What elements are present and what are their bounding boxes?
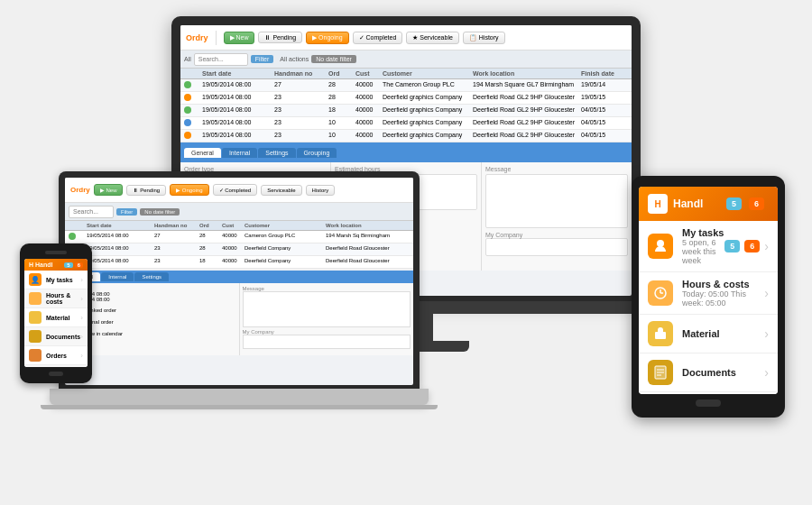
cell-customer: Deerfield graphics Company — [383, 94, 473, 102]
ongoing-btn[interactable]: ▶ Ongoing — [306, 32, 348, 44]
tablet-badge-1: 5 — [726, 197, 742, 210]
tab-grouping[interactable]: Grouping — [297, 148, 337, 158]
tablet-menu-material[interactable]: Material › — [639, 315, 778, 354]
phone-menu-hours[interactable]: Hours & costs › — [24, 289, 88, 308]
phone: H Handl 5 6 👤 My tasks › Hours & — [20, 243, 92, 383]
laptop-new-btn[interactable]: ▶ New — [94, 184, 124, 196]
pending-btn[interactable]: ⏸ Pending — [258, 32, 302, 43]
filter-btn[interactable]: Filter — [251, 55, 274, 63]
cell-cust-no: 40000 — [355, 106, 383, 115]
laptop-date-filter-btn[interactable]: No date filter — [140, 208, 180, 216]
history-btn[interactable]: 📋 History — [463, 32, 505, 44]
lr2-customer: Deerfield Company — [245, 245, 326, 253]
lr1-status — [69, 233, 76, 240]
table-row[interactable]: 19/05/2014 08:00 23 28 40000 Deerfield g… — [180, 92, 632, 105]
laptop-serviceable-btn[interactable]: Serviceable — [261, 185, 301, 196]
cell-order: 28 — [328, 94, 355, 102]
phone-badge-1: 5 — [64, 262, 72, 268]
tab-general[interactable]: General — [184, 148, 221, 158]
phone-home-button[interactable] — [49, 372, 63, 376]
lr1-customer: Cameron Group PLC — [245, 233, 326, 241]
phone-menu-customers[interactable]: Customers › — [24, 365, 88, 367]
laptop-calendar: Show in calendar — [68, 327, 236, 339]
phone-bezel: H Handl 5 6 👤 My tasks › Hours & — [20, 243, 92, 383]
tablet-menu-tasks[interactable]: My tasks 5 open, 6 week this week 5 6 › — [639, 221, 778, 272]
laptop-row-1[interactable]: 19/05/2014 08:00 27 28 40000 Cameron Gro… — [65, 231, 413, 243]
tablet-menu-orders[interactable]: Orders 8 orders › — [639, 392, 778, 394]
laptop-filter-bar: Filter No date filter — [65, 203, 413, 221]
cell-finish: 19/05/15 — [581, 94, 632, 102]
table-header: Start date Handman no Ord Cust Customer … — [180, 69, 632, 79]
cell-customer: The Cameron Group PLC — [383, 81, 473, 89]
columns-btn[interactable]: No date filter — [311, 55, 356, 63]
status-indicator — [184, 132, 191, 139]
laptop-tab-internal[interactable]: Internal — [101, 272, 134, 281]
laptop-completed-btn[interactable]: ✓ Completed — [213, 184, 258, 196]
tasks-subtitle: 5 open, 6 week this week — [682, 238, 724, 265]
tablet-badge-2: 6 — [749, 197, 764, 210]
cell-start-date: 19/05/2014 08:00 — [202, 119, 274, 127]
tablet-screen: H Handl 5 6 — [639, 187, 778, 394]
laptop-search[interactable] — [69, 206, 114, 218]
cell-cust-no: 40000 — [355, 81, 383, 89]
lth-status — [69, 223, 87, 228]
documents-text: Documents — [682, 367, 764, 378]
filter-bar: All Filter All actions No date filter — [180, 50, 632, 69]
lr1-location: 194 Marsh Sq Birmingham — [326, 233, 413, 241]
message-field[interactable] — [485, 174, 628, 228]
phone-menu-orders[interactable]: Orders › — [24, 346, 88, 365]
tablet-home-button[interactable] — [696, 399, 721, 407]
hours-icon-svg — [653, 286, 668, 300]
laptop-company-field[interactable] — [243, 335, 411, 349]
completed-btn[interactable]: ✓ Completed — [353, 32, 403, 44]
phone-tasks-icon: 👤 — [29, 273, 42, 286]
bottom-nav-bar: General Internal Settings Grouping — [180, 142, 632, 162]
phone-menu-material[interactable]: Material › — [24, 308, 88, 327]
laptop-history-btn[interactable]: History — [306, 185, 336, 196]
desktop-toolbar: Ordry ▶ New ⏸ Pending ▶ Ongoing ✓ Comple… — [180, 25, 632, 50]
table-row[interactable]: 19/05/2014 08:00 23 18 40000 Deerfield g… — [180, 105, 632, 117]
tasks-badge-6: 6 — [744, 240, 760, 252]
cell-start-date: 19/05/2014 08:00 — [202, 106, 274, 115]
phone-menu-tasks[interactable]: 👤 My tasks › — [24, 271, 88, 289]
tablet-menu-hours[interactable]: Hours & costs Today: 05:00 This week: 05… — [639, 272, 778, 315]
laptop-nav: General Internal Settings — [65, 271, 413, 283]
laptop-tab-settings[interactable]: Settings — [134, 272, 169, 281]
col-location: Work location — [473, 70, 581, 77]
lr1-handman: 27 — [154, 233, 199, 241]
cell-location: 194 Marsh Square GL7 Birmingham — [473, 81, 581, 89]
laptop-row-3[interactable]: 19/05/2014 08:00 23 18 40000 Deerfield C… — [65, 256, 413, 269]
serviceable-btn[interactable]: ★ Serviceable — [406, 32, 459, 44]
material-arrow: › — [764, 326, 769, 341]
tablet-header-left: H Handl — [648, 194, 703, 214]
tablet-menu-documents[interactable]: Documents › — [639, 354, 778, 392]
laptop-detail: Date from 13/05/2014 08:00 14/11/2014 08… — [65, 283, 413, 355]
svg-rect-4 — [655, 332, 666, 339]
phone-hours-label: Hours & costs — [46, 292, 80, 305]
tasks-icon-svg — [653, 239, 668, 253]
table-row[interactable]: 19/05/2014 08:00 23 10 40000 Deerfield g… — [180, 117, 632, 130]
new-btn[interactable]: ▶ New — [224, 32, 255, 44]
laptop-app: Ordry ▶ New ⏸ Pending ▶ Ongoing ✓ Comple… — [65, 178, 413, 385]
tasks-arrow: › — [764, 239, 769, 253]
phone-menu-documents[interactable]: Documents › — [24, 327, 88, 346]
laptop-pending-btn[interactable]: ⏸ Pending — [126, 185, 166, 196]
laptop-msg-field[interactable] — [243, 291, 411, 327]
tab-internal[interactable]: Internal — [222, 148, 257, 158]
search-input[interactable] — [194, 53, 248, 66]
company-field[interactable] — [485, 238, 628, 256]
table-row[interactable]: 19/05/2014 08:00 27 28 40000 The Cameron… — [180, 79, 632, 92]
tab-settings[interactable]: Settings — [258, 148, 295, 158]
laptop-detail-right: Message My Company — [240, 283, 414, 355]
table-row[interactable]: 19/05/2014 08:00 23 10 40000 Deerfield g… — [180, 130, 632, 142]
cell-finish: 19/05/14 — [581, 81, 632, 89]
laptop-ongoing-btn[interactable]: ▶ Ongoing — [170, 184, 208, 196]
cell-customer: Deerfield graphics Company — [383, 132, 473, 140]
laptop-row-2[interactable]: 19/05/2014 08:00 23 28 40000 Deerfield C… — [65, 243, 413, 256]
hours-subtitle: Today: 05:00 This week: 05:00 — [682, 289, 764, 308]
laptop-base — [50, 389, 429, 405]
laptop-filter-btn[interactable]: Filter — [116, 208, 137, 216]
phone-material-label: Material — [46, 315, 80, 321]
cell-finish: 04/05/15 — [581, 106, 632, 115]
phone-hours-icon — [29, 292, 42, 305]
